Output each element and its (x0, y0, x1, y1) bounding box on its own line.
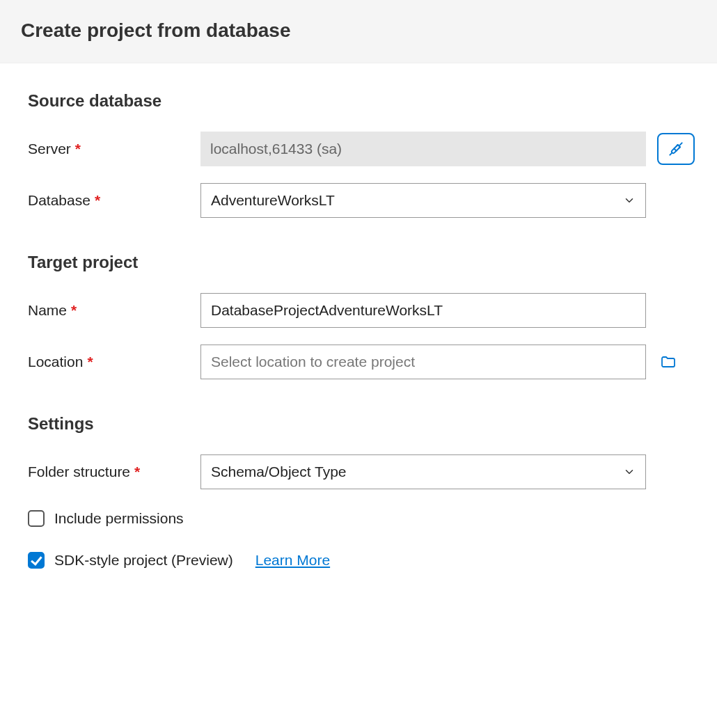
include-permissions-label: Include permissions (54, 510, 184, 527)
settings-section-title: Settings (28, 414, 696, 434)
required-marker: * (95, 192, 100, 208)
source-section-title: Source database (28, 91, 696, 111)
target-section-title: Target project (28, 253, 696, 272)
include-permissions-checkbox[interactable] (28, 510, 45, 527)
database-label: Database* (28, 192, 189, 209)
folder-structure-select-value: Schema/Object Type (211, 464, 623, 480)
location-input[interactable] (200, 345, 646, 379)
sdk-style-label: SDK-style project (Preview) (54, 552, 233, 569)
name-row: Name* (28, 293, 696, 328)
plug-icon (667, 140, 685, 158)
dialog-body: Source database Server* Database* (0, 63, 717, 589)
learn-more-link[interactable]: Learn More (255, 552, 330, 569)
required-marker: * (71, 302, 77, 318)
server-row: Server* (28, 132, 696, 166)
chevron-down-icon (623, 194, 636, 207)
name-input[interactable] (200, 293, 646, 328)
include-permissions-row: Include permissions (28, 510, 696, 527)
required-marker: * (87, 354, 93, 370)
folder-structure-select[interactable]: Schema/Object Type (200, 454, 646, 489)
database-select[interactable]: AdventureWorksLT (200, 183, 646, 218)
sdk-style-checkbox[interactable] (28, 552, 45, 569)
dialog-header: Create project from database (0, 0, 717, 63)
required-marker: * (134, 464, 140, 480)
browse-location-button[interactable] (657, 351, 679, 373)
sdk-style-row: SDK-style project (Preview) Learn More (28, 552, 696, 569)
location-label: Location* (28, 354, 189, 370)
required-marker: * (75, 141, 81, 157)
folder-icon (659, 354, 678, 370)
server-label: Server* (28, 141, 189, 157)
database-row: Database* AdventureWorksLT (28, 183, 696, 218)
server-input[interactable] (200, 132, 646, 166)
folder-structure-row: Folder structure* Schema/Object Type (28, 454, 696, 489)
dialog-title: Create project from database (21, 19, 696, 42)
connect-button[interactable] (657, 133, 695, 165)
location-row: Location* (28, 345, 696, 379)
name-label: Name* (28, 302, 189, 319)
chevron-down-icon (623, 466, 636, 478)
database-select-value: AdventureWorksLT (211, 192, 623, 209)
folder-structure-label: Folder structure* (28, 464, 189, 480)
